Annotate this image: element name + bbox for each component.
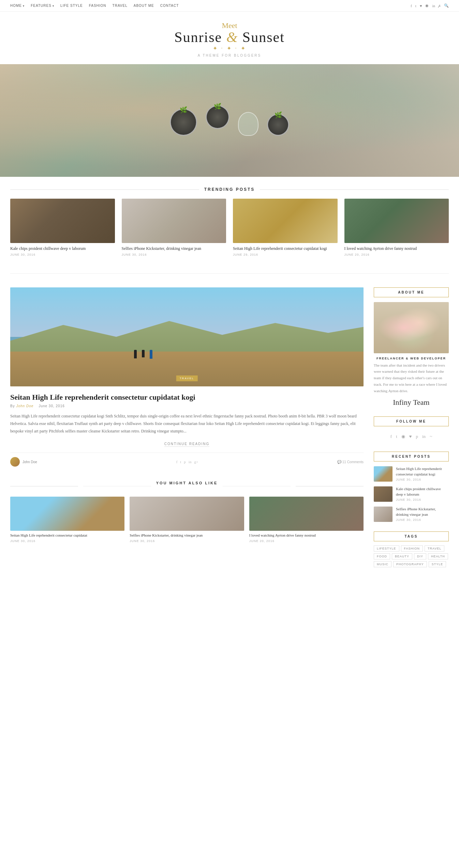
recent-title-1: Seitan High Life reprehenderit consectet… — [396, 466, 449, 477]
tag-fashion[interactable]: Fashion — [401, 545, 423, 552]
trending-date-4: JUNE 20, 2016 — [344, 253, 449, 256]
header-ornament: ✦ · ✦ · ✦ — [0, 45, 459, 52]
drink-3 — [267, 114, 289, 136]
trending-img-3 — [233, 199, 338, 243]
nav-twitter-icon[interactable]: t — [415, 4, 416, 8]
comments-count: 💬 11 Comments — [337, 460, 364, 464]
nav-features[interactable]: FEATURES — [31, 4, 54, 8]
follow-facebook-icon[interactable]: f — [390, 434, 392, 439]
about-image — [374, 302, 449, 353]
trending-img-4 — [344, 199, 449, 243]
trending-grid: Kale chips proident chillwave deep v lab… — [0, 199, 459, 267]
share-facebook-icon[interactable]: f — [176, 460, 178, 464]
flowers-scene — [374, 302, 449, 353]
share-google-icon[interactable]: g+ — [194, 460, 198, 464]
nav-fashion[interactable]: FASHION — [89, 4, 106, 8]
figure-1 — [134, 350, 137, 358]
might-title-1: Seitan High Life reprhenderit consectetu… — [10, 533, 124, 538]
tag-music[interactable]: Music — [374, 561, 391, 567]
recent-title-2: Kale chips proident chillwave deep v lab… — [396, 486, 449, 497]
tag-food[interactable]: Food — [374, 553, 390, 559]
title-part1: Sunrise — [174, 29, 222, 45]
trending-section: TRENDING POSTS Kale chips proident chill… — [0, 187, 459, 267]
site-subtitle: A Theme for Bloggers — [0, 54, 459, 57]
recent-date-3: JUNE 30, 2016 — [396, 518, 449, 522]
post-body: Seitan High Life reprehenderit consectet… — [10, 413, 364, 435]
main-content: TRAVEL Seitan High Life reprehenderit co… — [10, 287, 364, 577]
site-meet: Meet — [222, 21, 237, 30]
tag-lifestyle[interactable]: Lifestyle — [374, 545, 399, 552]
nav-social: f t ♥ ◉ in 𝓅 🔍 — [411, 3, 449, 8]
drink-1 — [170, 109, 197, 136]
comment-icon: 💬 — [337, 460, 341, 464]
nav-about[interactable]: ABOUT ME — [134, 4, 154, 8]
trending-item-3: Seitan High Life reprehenderit consectet… — [233, 199, 338, 256]
tag-travel[interactable]: Travel — [425, 545, 444, 552]
might-date-2: JUNE 30, 2016 — [130, 539, 244, 543]
recent-thumb-1 — [374, 466, 393, 482]
trending-title-4: I loved watching Ayrton drive fanny nost… — [344, 246, 449, 252]
tag-style[interactable]: Style — [429, 561, 446, 567]
share-icons: f t p in g+ — [176, 460, 198, 464]
by-label: By — [10, 404, 15, 408]
featured-post-image: TRAVEL — [10, 287, 364, 386]
follow-widget-title: FOLLOW ME — [374, 416, 449, 426]
nav-links: HOME FEATURES LIFE STYLE FASHION TRAVEL … — [10, 4, 179, 8]
post-meta: By John Doe June 30, 2016 — [10, 404, 364, 408]
sidebar: ABOUT ME FREELANCER & WEB DEVELOPER The … — [374, 287, 449, 577]
nav-home[interactable]: HOME — [10, 4, 25, 8]
share-twitter-icon[interactable]: t — [180, 460, 181, 464]
follow-linkedin-icon[interactable]: in — [422, 434, 426, 439]
nav-contact[interactable]: CONTACT — [160, 4, 179, 8]
tag-beauty[interactable]: Beauty — [392, 553, 412, 559]
main-nav: HOME FEATURES LIFE STYLE FASHION TRAVEL … — [0, 0, 459, 12]
site-header: Meet Sunrise & Sunset ✦ · ✦ · ✦ A Theme … — [0, 12, 459, 64]
tag-photography[interactable]: Photography — [393, 561, 427, 567]
trending-item-1: Kale chips proident chillwave deep v lab… — [10, 199, 115, 256]
nav-lifestyle[interactable]: LIFE STYLE — [60, 4, 83, 8]
follow-icons: f t ◉ ♥ p in ~ — [374, 431, 449, 442]
follow-rss-icon[interactable]: ~ — [430, 434, 432, 439]
follow-pinterest-icon[interactable]: p — [416, 434, 418, 439]
recent-posts-widget: RECENT POSTS Seitan High Life reprehende… — [374, 452, 449, 522]
figure-2 — [142, 350, 145, 357]
trending-title: TRENDING POSTS — [0, 187, 459, 192]
trending-title-1: Kale chips proident chillwave deep v lab… — [10, 246, 115, 252]
tags-widget: TAGS Lifestyle Fashion Travel Food Beaut… — [374, 531, 449, 567]
recent-date-1: JUNE 30, 2016 — [396, 478, 449, 481]
site-title: Sunrise & Sunset — [0, 30, 459, 44]
recent-post-1: Seitan High Life reprehenderit consectet… — [374, 466, 449, 482]
post-author-name: John Doe — [16, 404, 33, 408]
author-avatar — [10, 457, 20, 467]
recent-date-2: JUNE 30, 2016 — [396, 498, 449, 501]
nav-travel[interactable]: TRAVEL — [113, 4, 128, 8]
recent-info-3: Selfies iPhone Kickstarter, drinking vin… — [396, 507, 449, 522]
share-pinterest-icon[interactable]: p — [184, 460, 186, 464]
section-divider — [10, 273, 449, 274]
trending-item-4: I loved watching Ayrton drive fanny nost… — [344, 199, 449, 256]
trending-item-2: Selfies iPhone Kickstarter, drinking vin… — [122, 199, 226, 256]
recent-post-2: Kale chips proident chillwave deep v lab… — [374, 486, 449, 502]
nav-search-icon[interactable]: 🔍 — [444, 3, 449, 8]
might-img-3 — [249, 497, 364, 531]
nav-facebook-icon[interactable]: f — [411, 4, 412, 8]
nav-heart-icon[interactable]: ♥ — [420, 4, 422, 8]
comment-number: 11 Comments — [342, 460, 364, 464]
trending-title-2: Selfies iPhone Kickstarter, drinking vin… — [122, 246, 226, 252]
tag-health[interactable]: Health — [428, 553, 448, 559]
title-part2: Sunset — [242, 29, 285, 45]
featured-figures — [134, 350, 152, 359]
nav-linkedin-icon[interactable]: in — [432, 4, 435, 8]
continue-reading-link[interactable]: Continue Reading — [164, 442, 210, 447]
nav-pinterest-icon[interactable]: 𝓅 — [439, 3, 441, 8]
follow-instagram-icon[interactable]: ◉ — [401, 434, 405, 439]
about-widget-title: ABOUT ME — [374, 287, 449, 297]
follow-heart-icon[interactable]: ♥ — [409, 434, 412, 439]
follow-twitter-icon[interactable]: t — [396, 434, 397, 439]
tag-diy[interactable]: DIY — [414, 553, 426, 559]
recent-post-3: Selfies iPhone Kickstarter, drinking vin… — [374, 507, 449, 522]
title-amp: & — [226, 29, 242, 45]
about-role: FREELANCER & WEB DEVELOPER — [374, 357, 449, 360]
share-linkedin-icon[interactable]: in — [189, 460, 192, 464]
nav-instagram-icon[interactable]: ◉ — [425, 3, 429, 8]
